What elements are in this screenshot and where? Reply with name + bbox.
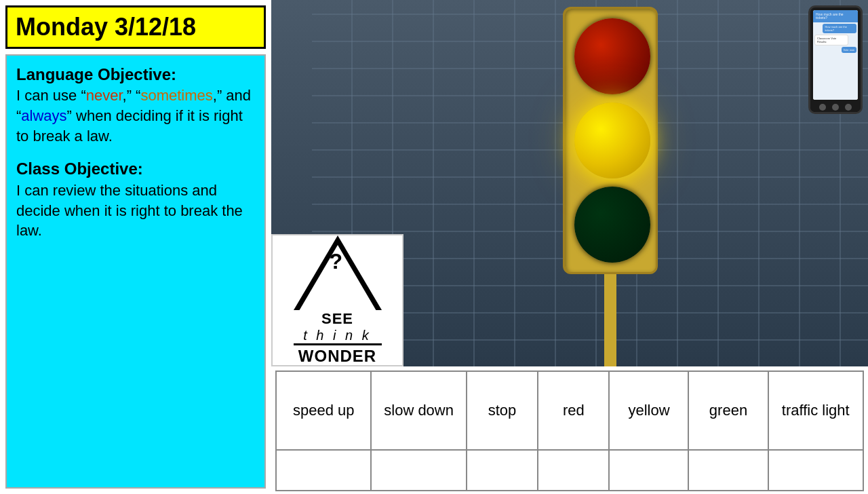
table-row2-col5	[609, 450, 688, 491]
table-cell-speed-up: speed up	[276, 371, 371, 450]
date-box: Monday 3/12/18	[5, 5, 266, 49]
language-objective-section: Language Objective: I can use “never,” “…	[16, 64, 255, 146]
stw-question-mark: ?	[330, 249, 343, 274]
table-cell-traffic-light: traffic light	[768, 371, 864, 450]
date-text: Monday 3/12/18	[16, 13, 196, 41]
phone-btn-recent	[845, 104, 852, 111]
stw-wonder-label: WONDER	[294, 343, 382, 366]
stw-inner: ? SEE t h i n k WONDER	[294, 235, 382, 366]
class-objective-body: I can review the situations and decide w…	[16, 180, 255, 241]
phone-screen-top: How much are the tickets?	[813, 10, 858, 22]
phone-top-text: How much are the tickets?	[816, 13, 855, 20]
table-cell-yellow: yellow	[609, 371, 688, 450]
never-word: never	[86, 87, 123, 104]
see-think-wonder-box: ? SEE t h i n k WONDER	[271, 234, 403, 366]
always-word: always	[21, 107, 66, 124]
objectives-box: Language Objective: I can use “never,” “…	[5, 54, 266, 489]
traffic-light-body	[563, 7, 658, 274]
table-header-row: speed up slow down stop red yellow green…	[276, 371, 863, 450]
table-row2-col3	[467, 450, 538, 491]
table-row-2	[276, 450, 863, 491]
vocabulary-table: speed up slow down stop red yellow green…	[275, 370, 864, 491]
phone-thumbnail: How much are the tickets? How much are t…	[808, 5, 863, 114]
phone-btn-back	[819, 104, 826, 111]
phone-bubble-1: How much are the tickets?	[823, 24, 856, 33]
table-cell-red: red	[538, 371, 609, 450]
table-cell-stop: stop	[467, 371, 538, 450]
language-objective-body: I can use “never,” “sometimes,” and “alw…	[16, 86, 255, 146]
class-objective-section: Class Objective: I can review the situat…	[16, 158, 255, 240]
phone-bottom-bar	[810, 102, 861, 112]
red-light	[574, 18, 650, 94]
table-row2-col1	[276, 450, 371, 491]
table-cell-slow-down: slow down	[371, 371, 466, 450]
phone-screen-body: How much are the tickets? Classroom Vote…	[813, 22, 858, 100]
phone-bubble-2: Classroom Vote Results:	[814, 35, 848, 45]
yellow-light	[574, 102, 650, 178]
traffic-pole	[604, 274, 616, 366]
traffic-light-container	[542, 0, 678, 366]
table-cell-green: green	[688, 371, 768, 450]
language-objective-title: Language Objective:	[16, 65, 176, 83]
green-light	[574, 187, 650, 263]
stw-triangle: ?	[294, 235, 382, 310]
table-row2-col6	[688, 450, 768, 491]
phone-bubble-3: Vote now	[842, 47, 856, 53]
table-row2-col7	[768, 450, 864, 491]
right-panel: How much are the tickets? How much are t…	[271, 0, 868, 494]
stw-see-label: SEE	[321, 310, 353, 328]
sometimes-word: sometimes	[140, 87, 212, 104]
bottom-table-area: speed up slow down stop red yellow green…	[271, 366, 868, 494]
table-row2-col4	[538, 450, 609, 491]
image-area: How much are the tickets? How much are t…	[271, 0, 868, 366]
class-objective-title: Class Objective:	[16, 159, 143, 178]
stw-think-label: t h i n k	[303, 328, 371, 343]
phone-screen: How much are the tickets? How much are t…	[813, 10, 858, 100]
phone-btn-home	[832, 104, 839, 111]
left-panel: Monday 3/12/18 Language Objective: I can…	[0, 0, 271, 494]
table-row2-col2	[371, 450, 466, 491]
